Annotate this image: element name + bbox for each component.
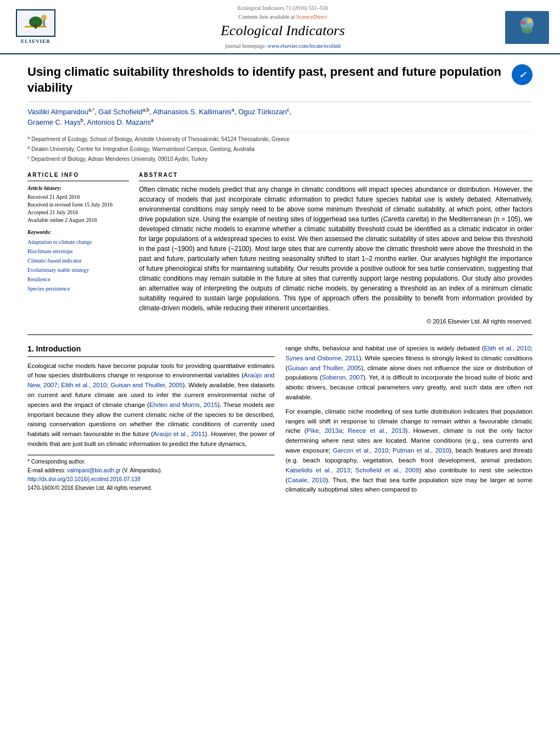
journal-volume: Ecological Indicators 71 (2016) 551–556 [238,5,328,11]
svg-rect-2 [35,24,37,29]
journal-icon [513,13,541,40]
journal-header: ELSEVIER Ecological Indicators 71 (2016)… [0,0,560,54]
keywords-list: Adaptation to climate change Bioclimate … [27,237,129,293]
journal-title: Ecological Indicators [66,21,500,41]
article-title: Using climatic suitability thresholds to… [27,64,504,96]
svg-text:✓: ✓ [519,70,527,80]
kw-6[interactable]: Species persistence [27,286,70,292]
authors-line: Vasiliki Almpanidoua,*, Gail Schofielda,… [27,107,533,128]
email-name: (V. Almpanidou). [122,467,162,473]
kw-3[interactable]: Climatic-based indicator [27,258,82,264]
affiliations: a Department of Ecology, School of Biolo… [27,131,533,164]
svg-rect-4 [43,20,45,26]
author6-link[interactable]: Antonios D. Mazaris [87,118,150,126]
received-date: Received 21 April 2016 [27,193,129,201]
svg-point-3 [41,15,47,20]
journal-meta-top: Ecological Indicators 71 (2016) 551–556 [66,4,500,12]
journal-logo-right [505,11,549,44]
cite-elith-2010[interactable]: Elith et al., 2010 [61,382,107,388]
cite-reece-2013[interactable]: Reece et al., 2013 [348,427,405,434]
keywords-group: Keywords: Adaptation to climate change B… [27,228,129,293]
history-group: Article history: Received 21 April 2016 … [27,185,129,224]
sciencedirect-link[interactable]: ScienceDirect [296,14,327,20]
footnote-area: * Corresponding author. E-mail address: … [27,455,275,492]
info-abstract-section: ARTICLE INFO Article history: Received 2… [27,171,533,326]
svg-point-7 [527,18,533,24]
kw-2[interactable]: Bioclimate envelope [27,248,72,254]
kw-5[interactable]: Resilience [27,276,51,282]
crossmark-badge[interactable]: ✓ [512,64,533,85]
available-date: Available online 2 August 2016 [27,216,129,224]
author1-sup: a,* [88,107,94,113]
abstract-col: ABSTRACT Often climatic niche models pre… [139,171,533,326]
footnote-doi: http://dx.doi.org/10.1016/j.ecolind.2016… [27,476,275,483]
footnote-issn: 1470-160X/© 2016 Elsevier Ltd. All right… [27,484,275,492]
cite-soberon-2007[interactable]: Soberon, 2007 [322,374,363,381]
elsevier-tree-icon [19,12,52,34]
abstract-heading: ABSTRACT [139,171,533,181]
footnote-star: * Corresponding author. [27,458,275,466]
section1-para3: For example, climatic niche modelling of… [285,407,533,495]
copyright-line: © 2016 Elsevier Ltd. All rights reserved… [139,317,533,326]
cite-synes-2011[interactable]: Synes and Osborne, 2011 [285,355,359,361]
author4-sup: c [287,107,290,113]
author3-sup: a [232,107,234,113]
revised-date: Received in revised form 15 July 2016 [27,201,129,209]
abstract-text: Often climatic niche models predict that… [139,185,533,313]
cite-araujo-2011[interactable]: Araújo et al., 2011 [153,431,205,437]
main-right-col: range shifts, behaviour and habitat use … [285,344,533,499]
section1-number: 1. [27,344,34,353]
author4-link[interactable]: Oguz Türkozan [238,108,287,116]
cite-guisan-2005[interactable]: Guisan and Thuiller, 2005 [110,382,183,388]
section-divider [27,334,533,335]
title-section: Using climatic suitability thresholds to… [27,54,533,102]
cite-katselidis-2013[interactable]: Katselidis et al., 2013 [285,467,350,473]
cite-elith-2010b[interactable]: Elith et al., 2010 [484,345,531,352]
homepage-url[interactable]: www.elsevier.com/locate/ecolind [267,43,340,49]
doi-link[interactable]: http://dx.doi.org/10.1016/j.ecolind.2016… [27,476,141,482]
cite-garcon-2010[interactable]: Garcon et al., 2010 [333,447,388,454]
email-link[interactable]: valmpani@bio.auth.gr [67,467,120,473]
author1-link[interactable]: Vasiliki Almpanidou [27,108,88,116]
article-body: Using climatic suitability thresholds to… [0,54,560,510]
footnote-email: E-mail address: valmpani@bio.auth.gr (V.… [27,467,275,475]
kw-1[interactable]: Adaptation to climate change [27,239,92,245]
cite-ehrlen-2015[interactable]: Ehrlen and Morris, 2015 [149,401,217,408]
homepage-label: journal homepage: [225,43,266,49]
main-left-col: 1. Introduction Ecological niche models … [27,344,275,499]
author2-sup: a,b [143,107,150,113]
author5-sup: b [81,118,83,123]
cite-putman-2010[interactable]: Putman et al., 2010 [393,447,449,454]
section1-para2: range shifts, behaviour and habitat use … [285,344,533,403]
affiliation-a: a Department of Ecology, School of Biolo… [27,135,533,143]
history-title: Article history: [27,185,129,192]
contents-line: Contents lists available at ScienceDirec… [66,13,500,21]
kw-4[interactable]: Evolutionary stable strategy [27,267,89,273]
section1-title: Introduction [36,344,81,353]
journal-center: Ecological Indicators 71 (2016) 551–556 … [60,4,505,50]
author2-link[interactable]: Gail Schofield [98,108,142,116]
section1-para1: Ecological niche models have become popu… [27,361,275,449]
affiliation-c: c Department of Biology, Adnan Menderes … [27,154,533,163]
elsevier-logo: ELSEVIER [11,9,60,45]
accepted-date: Accepted 21 July 2016 [27,209,129,216]
author3-link[interactable]: Athanasios S. Kallimanis [153,108,232,116]
article-info-col: ARTICLE INFO Article history: Received 2… [27,171,129,326]
email-label: E-mail address: [27,467,65,473]
crossmark-icon: ✓ [514,66,530,83]
author5-link[interactable]: Graeme C. Hays [27,118,81,126]
elsevier-label: ELSEVIER [21,38,51,45]
cite-schofield-2009[interactable]: Schofield et al., 2009 [355,467,419,473]
svg-point-8 [521,20,525,25]
journal-homepage: journal homepage: www.elsevier.com/locat… [66,42,500,50]
affiliation-b: b Deakin University, Centre for Integrat… [27,144,533,153]
elsevier-logo-box [16,9,55,37]
cite-guisan-2005b[interactable]: Guisan and Thuiller, 2005 [288,365,361,371]
cite-pike-2013[interactable]: Pike, 2013a [306,427,342,434]
section1-heading: 1. Introduction [27,344,275,357]
author6-sup: a [151,118,154,123]
corresponding-label: * Corresponding author. [27,459,86,465]
cite-casale-2010[interactable]: Casale, 2010 [288,477,326,483]
svg-point-6 [522,27,533,34]
article-history: Article history: Received 21 April 2016 … [27,185,129,293]
